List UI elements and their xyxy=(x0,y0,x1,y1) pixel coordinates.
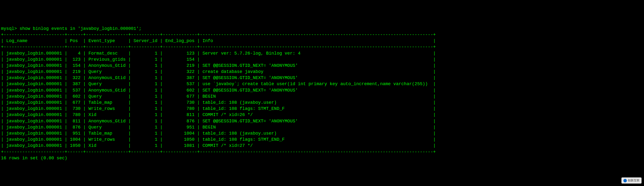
table-border-mid: +-----------------------+------+--------… xyxy=(1,45,436,49)
sql-command: show binlog events in 'javaboy_logbin.00… xyxy=(20,26,142,31)
watermark-text: 创新互联 xyxy=(628,179,640,182)
table-border-bottom: +-----------------------+------+--------… xyxy=(1,150,436,154)
table-body: | javaboy_logbin.000001 | 4 | Format_des… xyxy=(1,51,436,148)
mysql-prompt: mysql> xyxy=(1,26,17,31)
table-border-top: +-----------------------+------+--------… xyxy=(1,32,436,37)
watermark-icon xyxy=(624,179,627,182)
table-header-row: | Log_name | Pos | Event_type | Server_i… xyxy=(1,38,436,43)
terminal-output: mysql> show binlog events in 'javaboy_lo… xyxy=(1,26,644,161)
watermark-badge: 创新互联 xyxy=(622,178,642,184)
result-footer: 16 rows in set (0.00 sec) xyxy=(1,156,67,161)
